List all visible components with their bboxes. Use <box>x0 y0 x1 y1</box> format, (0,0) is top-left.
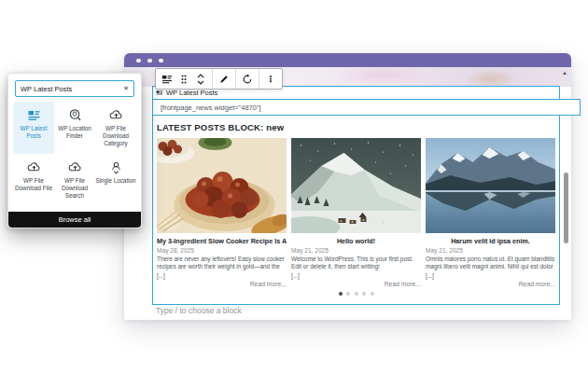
meatballs-photo <box>157 138 287 233</box>
block-result-single-location[interactable]: Single Location <box>95 154 136 206</box>
drag-handle[interactable] <box>175 69 192 89</box>
post-date: May 21, 2025 <box>291 247 421 254</box>
window-dot <box>159 59 163 63</box>
latest-posts-icon <box>161 74 173 85</box>
block-result-wp-location-finder[interactable]: WP Location Finder <box>54 102 95 154</box>
window-dot <box>147 59 152 63</box>
block-mover[interactable] <box>192 69 209 89</box>
posts-block-heading: LATEST POSTS BLOCK: new <box>157 122 555 132</box>
block-result-wp-latest-posts[interactable]: WP Latest Posts <box>13 102 54 154</box>
post-card[interactable]: Hello world! May 21, 2025 Welcome to Wor… <box>291 138 421 287</box>
cloud-upload-icon <box>68 160 82 174</box>
cloud-upload-icon <box>27 160 41 174</box>
post-excerpt-ellipsis: [...] <box>157 272 287 279</box>
block-appender-placeholder[interactable]: Type / to choose a block <box>156 306 242 315</box>
sync-icon <box>242 74 253 85</box>
read-more-link[interactable]: Read more... <box>426 281 555 287</box>
block-result-label: WP Location Finder <box>54 125 95 140</box>
move-up-down-icon <box>196 73 205 86</box>
carousel-dot[interactable] <box>371 292 374 296</box>
sync-button[interactable] <box>239 69 256 89</box>
snowy-mountain-night-photo <box>291 138 421 233</box>
drag-handle-icon <box>180 74 188 85</box>
block-search-box: ✕ <box>15 80 134 97</box>
block-result-wp-file-download-category[interactable]: WP File Download Category <box>95 102 136 154</box>
block-result-label: WP Latest Posts <box>13 125 54 140</box>
scrollbar-up-icon[interactable]: ▲ <box>562 70 567 76</box>
clear-search-icon[interactable]: ✕ <box>120 85 129 92</box>
post-excerpt: Welcome to WordPress. This is your first… <box>291 256 421 271</box>
block-result-label: WP File Download File <box>13 177 54 192</box>
block-results-grid: WP Latest Posts WP Location Finder WP Fi… <box>13 102 136 206</box>
post-title[interactable]: Hello world! <box>291 237 421 245</box>
latest-posts-icon <box>156 90 163 97</box>
mountain-lake-photo <box>426 138 555 233</box>
kebab-menu-icon: ⋮ <box>266 74 275 84</box>
post-title[interactable]: Harum velit id ipsa enim. <box>426 237 555 245</box>
block-result-label: WP File Download Search <box>54 177 95 200</box>
carousel-dot[interactable] <box>355 292 358 296</box>
options-menu-button[interactable]: ⋮ <box>262 69 279 89</box>
post-date: May 21, 2025 <box>426 247 555 254</box>
cloud-upload-icon <box>109 108 123 122</box>
post-excerpt-ellipsis: [...] <box>426 272 555 279</box>
block-inserter-popup: ✕ WP Latest Posts WP Locat <box>7 73 142 228</box>
location-search-icon <box>68 108 82 122</box>
read-more-link[interactable]: Read more... <box>157 281 287 287</box>
block-toolbar: ⋮ <box>155 68 283 90</box>
post-excerpt-ellipsis: [...] <box>291 272 421 279</box>
latest-posts-icon <box>27 108 41 122</box>
shortcode-value: [frontpage_news widget="4870"] <box>161 104 261 112</box>
carousel-dot[interactable] <box>362 292 366 296</box>
carousel-dot[interactable] <box>346 292 350 296</box>
window-titlebar <box>124 53 571 67</box>
shortcode-field[interactable]: [frontpage_news widget="4870"] <box>152 99 581 116</box>
browse-all-button[interactable]: Browse all <box>8 212 141 228</box>
block-label: WP Latest Posts <box>166 89 217 97</box>
block-result-label: WP File Download Category <box>95 125 136 148</box>
block-type-button[interactable] <box>159 69 175 89</box>
scrollbar-thumb[interactable] <box>564 173 568 243</box>
post-date: May 28, 2025 <box>157 247 287 254</box>
post-excerpt: Omnis maiores porro natus ut. Et quam bl… <box>426 256 555 271</box>
block-preview: LATEST POSTS BLOCK: new <box>157 120 555 302</box>
read-more-link[interactable]: Read more... <box>291 281 421 287</box>
post-title[interactable]: My 3-Ingredient Slow Cooker Recipe Is Al… <box>157 237 287 245</box>
carousel-dot[interactable] <box>339 292 343 296</box>
block-search-input[interactable] <box>21 85 120 93</box>
wp-latest-posts-block[interactable]: WP Latest Posts [frontpage_news widget="… <box>152 86 560 305</box>
post-card[interactable]: Harum velit id ipsa enim. May 21, 2025 O… <box>426 138 555 287</box>
block-result-wp-file-download-file[interactable]: WP File Download File <box>13 154 54 206</box>
post-card[interactable]: My 3-Ingredient Slow Cooker Recipe Is Al… <box>157 138 287 287</box>
person-pin-icon <box>109 160 123 174</box>
pencil-icon <box>218 74 230 85</box>
editor-window: ▲ <box>124 53 571 320</box>
post-cards-row: My 3-Ingredient Slow Cooker Recipe Is Al… <box>157 138 555 287</box>
block-result-label: Single Location <box>95 177 135 185</box>
edit-button[interactable] <box>216 69 232 89</box>
carousel-dots <box>157 292 555 296</box>
window-dot <box>136 59 141 63</box>
page: ▲ <box>0 0 588 373</box>
block-result-wp-file-download-search[interactable]: WP File Download Search <box>54 154 95 206</box>
post-excerpt: There are never any leftovers! Easy slow… <box>157 256 287 271</box>
